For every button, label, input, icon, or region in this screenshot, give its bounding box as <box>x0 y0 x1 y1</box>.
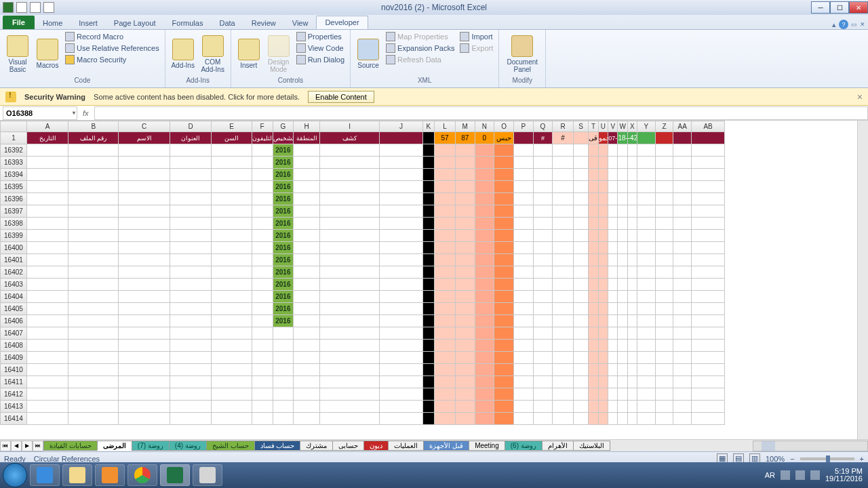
cell[interactable] <box>422 279 434 291</box>
cell[interactable] <box>435 327 456 340</box>
cell[interactable] <box>475 205 494 218</box>
tab-view[interactable]: View <box>284 17 317 29</box>
cell[interactable] <box>589 388 598 401</box>
cell[interactable]: 2016 <box>273 279 294 291</box>
row-header[interactable]: 16405 <box>1 303 27 315</box>
cell[interactable] <box>691 218 724 230</box>
cell[interactable] <box>294 388 320 401</box>
cell[interactable] <box>68 205 119 218</box>
cell[interactable] <box>68 218 119 230</box>
cell[interactable] <box>589 315 598 327</box>
header-cell[interactable]: باقى <box>589 132 598 144</box>
cell[interactable] <box>637 413 656 425</box>
cell[interactable] <box>119 401 170 413</box>
cell[interactable] <box>627 144 637 157</box>
cell[interactable] <box>252 254 273 266</box>
row-header[interactable]: 1 <box>1 132 27 144</box>
cell[interactable] <box>273 413 294 425</box>
cell[interactable] <box>513 169 533 181</box>
cell[interactable] <box>608 352 618 364</box>
cell[interactable] <box>26 388 68 401</box>
cell[interactable] <box>119 205 170 218</box>
cell[interactable] <box>170 144 211 157</box>
sheet-tab[interactable]: حسابات القيادة <box>43 441 98 451</box>
cell[interactable] <box>589 181 598 193</box>
cell[interactable] <box>513 157 533 169</box>
cell[interactable] <box>170 266 211 279</box>
cell[interactable] <box>608 230 618 242</box>
header-cell[interactable]: مجمو <box>598 132 608 144</box>
cell[interactable] <box>553 303 574 315</box>
cell[interactable] <box>598 181 608 193</box>
cell[interactable] <box>26 413 68 425</box>
zoom-in-button[interactable]: + <box>860 455 864 463</box>
cell[interactable] <box>455 303 475 315</box>
cell[interactable] <box>533 279 553 291</box>
cell[interactable] <box>494 364 514 376</box>
cell[interactable] <box>252 352 273 364</box>
col-header[interactable]: F <box>252 121 273 132</box>
header-cell[interactable]: 18-Feb <box>618 132 627 144</box>
cell[interactable] <box>494 401 514 413</box>
cell[interactable] <box>618 413 627 425</box>
cell[interactable] <box>212 218 252 230</box>
cell[interactable] <box>691 401 724 413</box>
cell[interactable] <box>627 242 637 254</box>
cell[interactable] <box>212 413 252 425</box>
row-header[interactable]: 16393 <box>1 157 27 169</box>
insert-control-button[interactable]: Insert <box>235 31 262 77</box>
cell[interactable] <box>380 205 423 218</box>
cell[interactable] <box>294 169 320 181</box>
cell[interactable] <box>598 157 608 169</box>
header-cell[interactable] <box>691 132 724 144</box>
cell[interactable] <box>691 315 724 327</box>
cell[interactable] <box>320 169 380 181</box>
cell[interactable] <box>513 144 533 157</box>
cell[interactable] <box>589 303 598 315</box>
cell[interactable] <box>618 303 627 315</box>
cell[interactable] <box>320 254 380 266</box>
cell[interactable] <box>573 413 589 425</box>
cell[interactable] <box>637 315 656 327</box>
cell[interactable] <box>533 205 553 218</box>
cell[interactable] <box>627 279 637 291</box>
cell[interactable] <box>252 181 273 193</box>
properties-button[interactable]: Properties <box>295 31 346 42</box>
cell[interactable] <box>637 327 656 340</box>
header-cell[interactable] <box>513 132 533 144</box>
col-header[interactable]: E <box>212 121 252 132</box>
cell[interactable] <box>475 254 494 266</box>
minimize-ribbon-icon[interactable]: ▴ <box>832 20 836 29</box>
cell[interactable] <box>608 181 618 193</box>
cell[interactable] <box>170 230 211 242</box>
cell[interactable] <box>252 144 273 157</box>
cell[interactable] <box>170 157 211 169</box>
cell[interactable] <box>673 169 692 181</box>
cell[interactable] <box>380 315 423 327</box>
header-cell[interactable]: كشف <box>320 132 380 144</box>
cell[interactable] <box>212 279 252 291</box>
cell[interactable] <box>598 376 608 388</box>
cell[interactable] <box>380 413 423 425</box>
cell[interactable] <box>212 157 252 169</box>
cell[interactable] <box>553 340 574 352</box>
cell[interactable] <box>212 315 252 327</box>
cell[interactable]: 2016 <box>273 181 294 193</box>
cell[interactable] <box>655 291 673 303</box>
sheet-tab[interactable]: حسابى <box>332 441 364 451</box>
cell[interactable] <box>119 315 170 327</box>
cell[interactable] <box>598 401 608 413</box>
col-header[interactable]: Z <box>655 121 673 132</box>
sheet-tab[interactable]: ديون <box>363 441 389 451</box>
cell[interactable] <box>119 352 170 364</box>
name-box[interactable]: O16388▾ <box>3 106 77 120</box>
cell[interactable] <box>494 254 514 266</box>
cell[interactable] <box>435 169 456 181</box>
cell[interactable] <box>598 352 608 364</box>
header-cell[interactable]: 87 <box>422 132 434 144</box>
cell[interactable] <box>533 327 553 340</box>
cell[interactable] <box>673 218 692 230</box>
cell[interactable] <box>320 242 380 254</box>
cell[interactable] <box>212 303 252 315</box>
cell[interactable] <box>637 303 656 315</box>
